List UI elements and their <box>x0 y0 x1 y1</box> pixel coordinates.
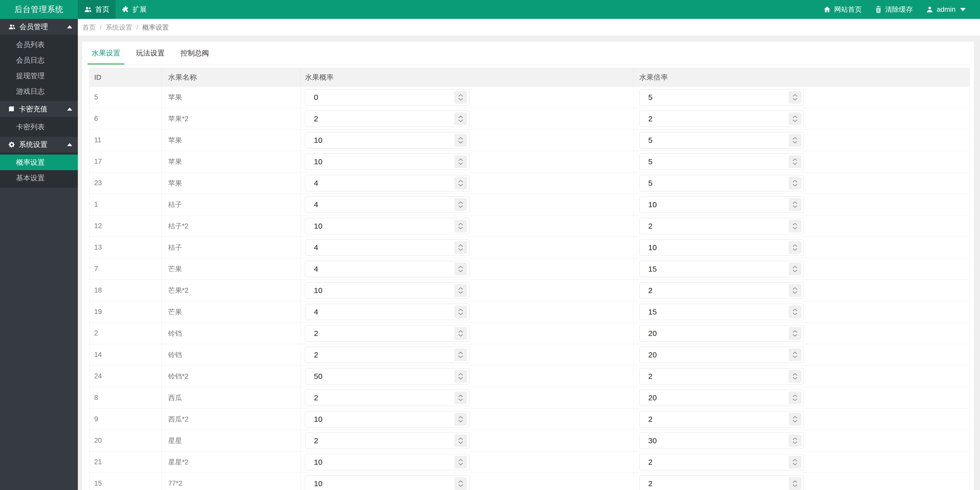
sidebar-item-withdraw[interactable]: 提现管理 <box>0 68 78 83</box>
number-spinner[interactable] <box>454 456 467 469</box>
number-spinner[interactable] <box>454 413 467 426</box>
rate-input[interactable] <box>639 239 803 256</box>
number-spinner[interactable] <box>789 348 801 361</box>
tab-play-settings[interactable]: 玩法设置 <box>132 41 169 64</box>
rate-input[interactable] <box>639 282 803 298</box>
rate-input[interactable] <box>639 304 803 320</box>
number-spinner[interactable] <box>454 370 467 383</box>
prob-input[interactable] <box>305 454 469 470</box>
rate-input[interactable] <box>639 261 803 277</box>
rate-input[interactable] <box>639 132 803 148</box>
rate-input[interactable] <box>639 389 803 406</box>
prob-input[interactable] <box>305 282 469 298</box>
number-spinner[interactable] <box>789 284 801 297</box>
cell-id: 23 <box>89 172 162 194</box>
prob-input[interactable] <box>305 111 469 127</box>
prob-input[interactable] <box>305 175 469 192</box>
sidebar-item-member-log[interactable]: 会员日志 <box>0 53 78 68</box>
sidebar-item-card-list[interactable]: 卡密列表 <box>0 119 78 135</box>
number-spinner[interactable] <box>789 177 801 190</box>
rate-input[interactable] <box>639 347 803 363</box>
tab-fruit-settings[interactable]: 水果设置 <box>88 41 124 64</box>
number-spinner[interactable] <box>454 112 467 125</box>
prob-input[interactable] <box>305 368 469 385</box>
clear-cache-button[interactable]: 清除缓存 <box>868 0 919 19</box>
number-spinner[interactable] <box>789 91 801 104</box>
tab-master-control[interactable]: 控制总阀 <box>177 41 213 64</box>
number-spinner[interactable] <box>454 155 467 168</box>
number-spinner[interactable] <box>454 241 467 254</box>
number-spinner[interactable] <box>789 241 801 254</box>
number-spinner[interactable] <box>454 134 467 147</box>
site-home-button[interactable]: 网站首页 <box>817 0 868 19</box>
number-spinner[interactable] <box>789 220 801 233</box>
number-spinner[interactable] <box>789 434 801 447</box>
rate-input[interactable] <box>639 411 803 428</box>
user-menu[interactable]: admin <box>919 0 972 19</box>
rate-input[interactable] <box>639 111 803 127</box>
sidebar-item-basic-settings[interactable]: 基本设置 <box>0 170 78 186</box>
rate-input[interactable] <box>639 218 803 234</box>
sidebar-item-probability-settings[interactable]: 概率设置 <box>0 155 78 170</box>
number-spinner[interactable] <box>454 391 467 404</box>
number-spinner[interactable] <box>454 198 467 211</box>
prob-input[interactable] <box>305 347 469 363</box>
number-spinner[interactable] <box>789 413 801 426</box>
number-spinner[interactable] <box>789 155 801 168</box>
breadcrumb-home[interactable]: 首页 <box>83 23 96 32</box>
number-spinner[interactable] <box>789 370 801 383</box>
prob-input[interactable] <box>305 153 469 170</box>
rate-input[interactable] <box>639 433 803 449</box>
number-spinner[interactable] <box>454 177 467 190</box>
number-spinner[interactable] <box>454 91 467 104</box>
prob-input[interactable] <box>305 433 469 449</box>
prob-input[interactable] <box>305 218 469 234</box>
prob-input[interactable] <box>305 89 469 105</box>
prob-input[interactable] <box>305 261 469 277</box>
prob-input[interactable] <box>305 196 469 213</box>
sidebar-group-members[interactable]: 会员管理 <box>0 19 78 35</box>
sidebar-group-cards[interactable]: 卡密充值 <box>0 101 78 117</box>
rate-input[interactable] <box>639 196 803 213</box>
number-spinner[interactable] <box>789 134 801 147</box>
nav-tab-home[interactable]: 首页 <box>78 0 116 19</box>
sidebar-item-member-list[interactable]: 会员列表 <box>0 37 78 53</box>
prob-input[interactable] <box>305 239 469 256</box>
number-spinner[interactable] <box>789 198 801 211</box>
rate-input[interactable] <box>639 476 803 490</box>
number-spinner[interactable] <box>789 306 801 318</box>
rate-input[interactable] <box>639 175 803 192</box>
prob-input[interactable] <box>305 411 469 428</box>
rate-input[interactable] <box>639 325 803 342</box>
breadcrumb-system-settings[interactable]: 系统设置 <box>106 23 132 32</box>
nav-tab-extension[interactable]: 扩展 <box>116 0 153 19</box>
number-spinner[interactable] <box>454 263 467 275</box>
prob-input[interactable] <box>305 476 469 490</box>
number-spinner[interactable] <box>789 112 801 125</box>
settings-tabs: 水果设置 玩法设置 控制总阀 <box>88 41 969 65</box>
prob-input[interactable] <box>305 132 469 148</box>
number-spinner[interactable] <box>789 477 801 490</box>
prob-input[interactable] <box>305 325 469 342</box>
sidebar-group-system[interactable]: 系统设置 <box>0 137 78 153</box>
app-logo[interactable]: 后台管理系统 <box>0 0 78 19</box>
number-spinner[interactable] <box>454 434 467 447</box>
prob-input[interactable] <box>305 389 469 406</box>
users-icon <box>84 5 92 14</box>
sidebar-item-game-log[interactable]: 游戏日志 <box>0 83 78 99</box>
number-spinner[interactable] <box>789 456 801 469</box>
rate-input[interactable] <box>639 368 803 385</box>
rate-input[interactable] <box>639 454 803 470</box>
number-spinner[interactable] <box>789 263 801 275</box>
number-spinner[interactable] <box>454 348 467 361</box>
number-spinner[interactable] <box>454 220 467 233</box>
rate-input[interactable] <box>639 153 803 170</box>
rate-input[interactable] <box>639 89 803 105</box>
number-spinner[interactable] <box>454 477 467 490</box>
number-spinner[interactable] <box>454 327 467 340</box>
number-spinner[interactable] <box>454 284 467 297</box>
number-spinner[interactable] <box>789 327 801 340</box>
number-spinner[interactable] <box>454 306 467 318</box>
prob-input[interactable] <box>305 304 469 320</box>
number-spinner[interactable] <box>789 391 801 404</box>
